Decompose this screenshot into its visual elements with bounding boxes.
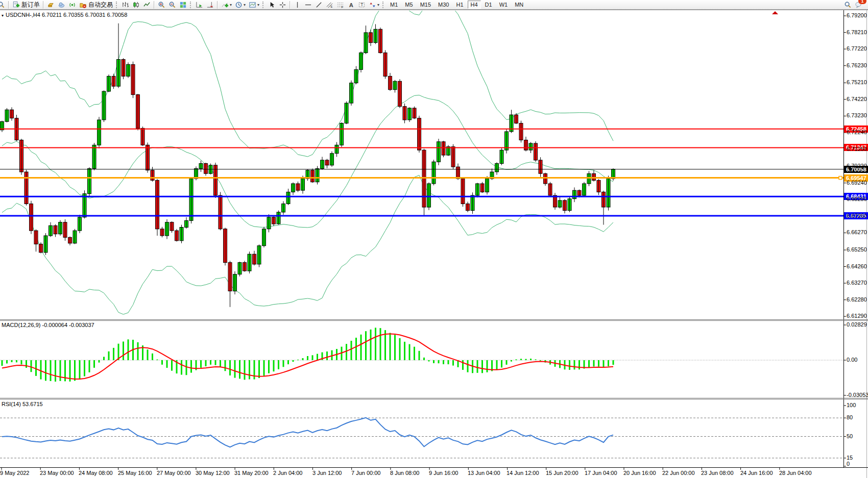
toolbar-right-group: 1 [842, 1, 864, 9]
toolbar: 新订单自动交易▾▾▾EFAT▾M1M5M15M30H1H4D1W1MN1 [0, 0, 868, 10]
toolbar-separator [217, 1, 218, 9]
timeframe-m1-button[interactable]: M1 [387, 1, 401, 9]
timeframe-m15-button[interactable]: M15 [417, 1, 434, 9]
linechart-icon [143, 1, 151, 9]
toolbar-grip[interactable] [190, 2, 192, 8]
auto-scroll-button[interactable] [195, 1, 204, 9]
new-order-button-label: 新订单 [21, 1, 40, 9]
chevron-down-icon: ▾ [230, 3, 232, 7]
text-label-icon: T [358, 1, 366, 9]
toolbar-separator [43, 1, 44, 9]
crosshair-icon [279, 1, 286, 9]
crosshair-button[interactable] [278, 1, 287, 9]
toolbar-separator [290, 1, 291, 9]
text-a-icon: A [347, 1, 355, 9]
macd-indicator-label: MACD(12,26,9) -0.000064 -0.003037 [2, 322, 94, 328]
zoom-out-button[interactable] [167, 1, 177, 9]
svg-text:A: A [349, 2, 353, 8]
periods-button[interactable]: ▾ [234, 1, 247, 9]
zoom-in-button[interactable] [157, 1, 166, 9]
chevron-down-icon: ▾ [244, 3, 246, 7]
chat-button[interactable]: 1 [854, 1, 863, 9]
svg-text:E: E [330, 5, 332, 8]
magnifier-icon [0, 1, 5, 9]
arrows-icon [369, 1, 376, 9]
fibonacci-button[interactable]: F [335, 1, 345, 9]
svg-text:F: F [341, 5, 343, 9]
chart-shift-button[interactable] [205, 1, 215, 9]
autotrade-icon [79, 1, 87, 9]
chevron-down-icon: ▾ [257, 3, 259, 7]
signal-icon [68, 1, 76, 9]
channel-icon: E [326, 1, 333, 9]
timeframe-m30-button[interactable]: M30 [435, 1, 452, 9]
search-button[interactable] [843, 1, 853, 9]
timeframe-d1-button[interactable]: D1 [482, 1, 495, 9]
zoom-out-icon [168, 1, 176, 9]
horizontal-line-button[interactable] [303, 1, 313, 9]
svg-text:T: T [360, 2, 363, 7]
rsi-indicator-label: RSI(14) 53.6715 [2, 401, 43, 407]
horizontal-lines [0, 129, 843, 216]
vline-icon [294, 1, 301, 9]
fibo-icon: F [336, 1, 344, 9]
template-icon [249, 1, 256, 9]
chart-shift-marker[interactable] [772, 11, 778, 14]
zoom-in-icon [158, 1, 165, 9]
templates-button[interactable]: ▾ [248, 1, 260, 9]
search-left-button[interactable] [0, 1, 6, 9]
vertical-line-button[interactable] [293, 1, 302, 9]
candles-icon [132, 1, 140, 9]
candlesticks [1, 29, 615, 291]
autotrading-button[interactable]: 自动交易 [78, 1, 114, 9]
indicators-button[interactable]: ▾ [220, 1, 233, 9]
tile-windows-button[interactable] [178, 1, 188, 9]
bars-icon [122, 1, 129, 9]
cursor-button[interactable] [267, 1, 277, 9]
timeframe-m5-button[interactable]: M5 [402, 1, 416, 9]
doc-plus-icon [12, 1, 20, 9]
chart-title: ▾USDCNH-,H4 6.70211 6.70355 6.70031 6.70… [2, 12, 127, 18]
bar-chart-button[interactable] [120, 1, 130, 9]
toolbar-grip[interactable] [262, 2, 264, 8]
autoscroll-icon [196, 1, 203, 9]
cloud-icon [58, 1, 65, 9]
arrows-button[interactable]: ▾ [368, 1, 380, 9]
timeframe-mn-button[interactable]: MN [512, 1, 526, 9]
new-order-button[interactable]: 新订单 [11, 1, 41, 9]
hline-icon [304, 1, 312, 9]
toolbar-grip[interactable] [116, 2, 118, 8]
autotrading-button-label: 自动交易 [88, 1, 113, 9]
trendline-button[interactable] [314, 1, 324, 9]
macd-histogram [2, 328, 613, 382]
toolbar-separator [8, 1, 9, 9]
timeframe-h1-button[interactable]: H1 [453, 1, 466, 9]
timeframe-w1-button[interactable]: W1 [496, 1, 511, 9]
toolbar-separator [154, 1, 155, 9]
tline-icon [315, 1, 323, 9]
indicator-add-icon [221, 1, 229, 9]
text-button[interactable]: A [346, 1, 356, 9]
web-terminal-button[interactable] [57, 1, 66, 9]
clock-icon [235, 1, 243, 9]
cursor-icon [268, 1, 276, 9]
notification-badge: 1 [858, 0, 866, 4]
line-chart-button[interactable] [142, 1, 152, 9]
chart-canvas[interactable] [0, 0, 868, 478]
gold-box-icon [47, 1, 55, 9]
mt4-window: 新订单自动交易▾▾▾EFAT▾M1M5M15M30H1H4D1W1MN1 ▾US… [0, 0, 868, 478]
toolbar-grip[interactable] [382, 2, 384, 8]
tile-icon [179, 1, 187, 9]
expand-arrow-icon[interactable]: ▾ [2, 13, 4, 18]
magnifier-icon [844, 1, 852, 9]
chevron-down-icon: ▾ [377, 3, 379, 7]
signals-button[interactable] [67, 1, 77, 9]
equidistant-channel-button[interactable]: E [325, 1, 334, 9]
history-center-button[interactable] [46, 1, 56, 9]
rsi-line [2, 418, 613, 447]
chartshift-icon [206, 1, 214, 9]
candlestick-chart-button[interactable] [131, 1, 141, 9]
timeframe-h4-button[interactable]: H4 [468, 1, 481, 9]
text-label-button[interactable]: T [357, 1, 367, 9]
symbol-ohlc-title: USDCNH-,H4 6.70211 6.70355 6.70031 6.700… [6, 12, 127, 18]
